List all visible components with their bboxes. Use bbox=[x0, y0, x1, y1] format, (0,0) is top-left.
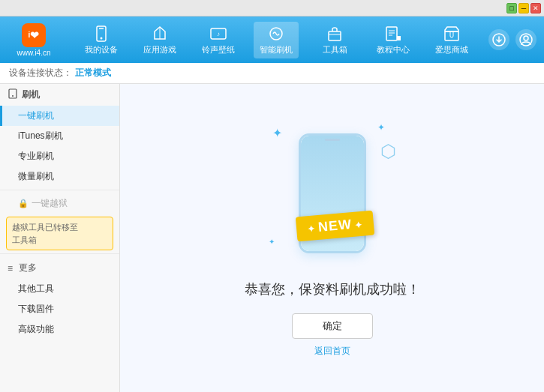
flash-section-icon bbox=[8, 88, 18, 101]
top-nav: i❤ www.i4.cn 我的设备 应用游戏 ♪ 铃声壁纸 bbox=[0, 16, 544, 63]
download-button[interactable] bbox=[488, 29, 509, 50]
nav-label-app-game: 应用游戏 bbox=[143, 44, 176, 55]
sparkle-1: ✦ bbox=[272, 126, 282, 140]
sidebar-more-header: ≡ 更多 bbox=[0, 257, 119, 279]
advanced-label: 高级功能 bbox=[18, 324, 54, 334]
nav-item-shop[interactable]: 爱思商城 bbox=[429, 22, 474, 58]
svg-text:♪: ♪ bbox=[217, 31, 220, 37]
sidebar-item-itunes-flash[interactable]: iTunes刷机 bbox=[0, 126, 119, 146]
nav-label-my-device: 我的设备 bbox=[85, 44, 118, 55]
sidebar-divider-2 bbox=[0, 253, 119, 254]
sidebar-item-one-key-jailbreak: 🔒 一键越狱 bbox=[0, 193, 119, 214]
logo-icon: i❤ bbox=[22, 23, 46, 47]
more-section-icon: ≡ bbox=[8, 263, 13, 274]
svg-point-18 bbox=[12, 95, 14, 97]
nav-label-ringtone: 铃声壁纸 bbox=[202, 44, 235, 55]
title-bar: □ ─ ✕ bbox=[0, 0, 544, 16]
other-tools-label: 其他工具 bbox=[18, 283, 54, 294]
download-fw-label: 下载固件 bbox=[18, 304, 54, 314]
sidebar-divider-1 bbox=[0, 190, 119, 190]
logo-area: i❤ www.i4.cn bbox=[8, 23, 60, 57]
sparkle-4: ⬡ bbox=[380, 141, 396, 162]
sidebar-item-other-tools[interactable]: 其他工具 bbox=[0, 279, 119, 299]
connection-label: 设备连接状态： bbox=[9, 67, 72, 79]
itunes-flash-label: iTunes刷机 bbox=[18, 130, 63, 141]
sparkle-3: ✦ bbox=[269, 238, 275, 246]
main-content: 刷机 一键刷机 iTunes刷机 专业刷机 微量刷机 🔒 一键越狱 越狱工具已转… bbox=[0, 84, 544, 392]
ringtone-icon: ♪ bbox=[208, 25, 229, 43]
nav-right bbox=[488, 29, 536, 50]
return-home-link[interactable]: 返回首页 bbox=[314, 345, 350, 358]
svg-point-2 bbox=[100, 37, 102, 39]
flash-section-label: 刷机 bbox=[22, 88, 40, 101]
svg-rect-17 bbox=[9, 89, 17, 98]
logo-url: www.i4.cn bbox=[17, 49, 50, 57]
nav-item-toolbox[interactable]: 工具箱 bbox=[312, 22, 357, 58]
sidebar-flash-header: 刷机 bbox=[0, 84, 119, 106]
sparkle-2: ✦ bbox=[377, 122, 385, 133]
sidebar-item-micro-flash[interactable]: 微量刷机 bbox=[0, 166, 119, 187]
nav-label-toolbox: 工具箱 bbox=[323, 44, 347, 55]
sidebar-item-one-key-flash[interactable]: 一键刷机 bbox=[0, 106, 119, 126]
nav-item-app-game[interactable]: 应用游戏 bbox=[137, 22, 182, 58]
app-game-icon bbox=[149, 25, 170, 43]
svg-rect-7 bbox=[329, 31, 341, 40]
toolbox-icon bbox=[324, 25, 345, 43]
success-message: 恭喜您，保资料刷机成功啦！ bbox=[245, 280, 420, 298]
shop-icon bbox=[441, 25, 462, 43]
sidebar-item-download-fw[interactable]: 下载固件 bbox=[0, 299, 119, 319]
one-key-flash-label: 一键刷机 bbox=[18, 110, 54, 121]
more-section-label: 更多 bbox=[19, 262, 37, 274]
user-button[interactable] bbox=[515, 29, 536, 50]
nav-label-smart-flash: 智能刷机 bbox=[260, 44, 293, 55]
nav-items: 我的设备 应用游戏 ♪ 铃声壁纸 智能刷机 工具箱 bbox=[72, 22, 481, 58]
svg-rect-9 bbox=[386, 27, 397, 40]
one-key-jailbreak-label: 一键越狱 bbox=[32, 197, 68, 210]
connection-status: 正常模式 bbox=[75, 67, 111, 79]
nav-item-my-device[interactable]: 我的设备 bbox=[79, 22, 124, 58]
micro-flash-label: 微量刷机 bbox=[18, 171, 54, 181]
confirm-button[interactable]: 确定 bbox=[292, 313, 373, 339]
connection-bar: 设备连接状态： 正常模式 bbox=[0, 63, 544, 84]
nav-item-tutorial[interactable]: 教程中心 bbox=[371, 22, 416, 58]
smart-flash-icon bbox=[266, 25, 287, 43]
nav-label-tutorial: 教程中心 bbox=[377, 44, 410, 55]
sidebar: 刷机 一键刷机 iTunes刷机 专业刷机 微量刷机 🔒 一键越狱 越狱工具已转… bbox=[0, 84, 120, 392]
minimize-button[interactable]: ─ bbox=[518, 3, 529, 13]
tutorial-icon bbox=[383, 25, 404, 43]
svg-rect-13 bbox=[445, 31, 458, 40]
nav-label-shop: 爱思商城 bbox=[435, 44, 468, 55]
my-device-icon bbox=[91, 25, 112, 43]
sidebar-item-advanced[interactable]: 高级功能 bbox=[0, 319, 119, 340]
pro-flash-label: 专业刷机 bbox=[18, 151, 54, 161]
lock-icon: 🔒 bbox=[18, 199, 29, 208]
nav-item-smart-flash[interactable]: 智能刷机 bbox=[254, 22, 299, 58]
sidebar-item-pro-flash[interactable]: 专业刷机 bbox=[0, 146, 119, 166]
nav-item-ringtone[interactable]: ♪ 铃声壁纸 bbox=[196, 22, 241, 58]
svg-point-16 bbox=[524, 36, 528, 40]
phone-illustration: ✦ ✦ ✦ ⬡ NEW bbox=[265, 118, 400, 268]
sidebar-note-text: 越狱工具已转移至工具箱 bbox=[12, 223, 78, 244]
maximize-button[interactable]: □ bbox=[506, 3, 517, 13]
sidebar-note-box: 越狱工具已转移至工具箱 bbox=[6, 217, 113, 250]
content-area: ✦ ✦ ✦ ⬡ NEW 恭喜您，保资料刷机成功啦！ 确定 返回首页 bbox=[120, 84, 544, 392]
close-button[interactable]: ✕ bbox=[530, 3, 541, 13]
